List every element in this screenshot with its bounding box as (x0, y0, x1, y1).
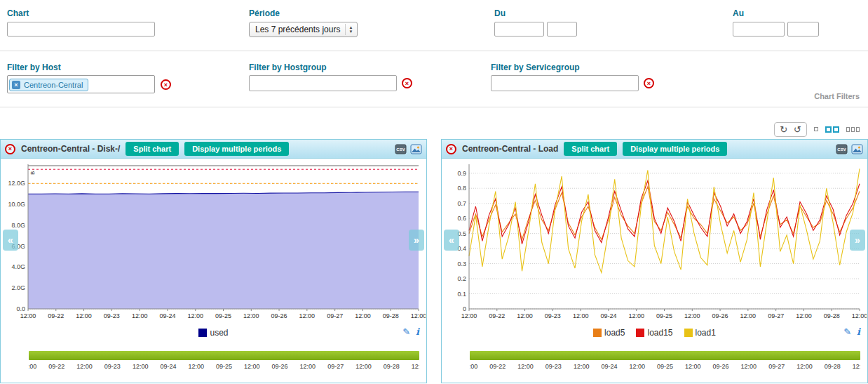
au-time-input[interactable] (787, 22, 819, 37)
edit-icon[interactable]: ✎ (843, 326, 851, 337)
status-axis-label: 12:00 (355, 363, 372, 370)
svg-text:4.0G: 4.0G (11, 263, 25, 270)
svg-text:12:00: 12:00 (852, 312, 867, 319)
next-period-icon[interactable]: » (850, 230, 865, 251)
status-axis-label: 12:00 (76, 363, 93, 370)
status-axis-label: 09-23 (104, 363, 121, 370)
svg-text:12:00: 12:00 (796, 312, 812, 319)
servicegroup-filter-input[interactable] (491, 75, 639, 91)
status-axis-label: 09-28 (384, 363, 400, 370)
close-icon[interactable]: × (5, 144, 15, 154)
status-axis-label: 09-24 (601, 363, 617, 370)
svg-text:10.0G: 10.0G (8, 201, 25, 208)
display-periods-button[interactable]: Display multiple periods (184, 142, 289, 156)
status-axis-label: 09-22 (48, 363, 65, 370)
status-axis-label: 09-22 (489, 363, 506, 370)
periode-select[interactable]: Les 7 précédents jours ▲▼ (249, 22, 358, 37)
export-image-icon[interactable] (410, 144, 422, 154)
svg-text:09-24: 09-24 (600, 312, 616, 319)
refresh-group: ↻ ↺ (774, 122, 807, 137)
svg-text:09-23: 09-23 (545, 312, 561, 319)
auto-refresh-icon[interactable]: ↺ (794, 125, 801, 134)
svg-text:12:00: 12:00 (628, 312, 644, 319)
host-filter-input[interactable]: × Centreon-Central (7, 75, 155, 93)
svg-text:12:00: 12:00 (355, 312, 371, 319)
prev-period-icon[interactable]: « (3, 230, 18, 251)
status-axis-label: 12:00 (574, 363, 590, 370)
svg-text:12:00: 12:00 (76, 312, 92, 319)
export-csv-icon[interactable]: CSV (395, 144, 407, 154)
svg-text:B: B (29, 171, 36, 175)
svg-text:2.0G: 2.0G (11, 284, 25, 291)
info-icon[interactable]: i (857, 326, 860, 337)
filter-by-hostgroup-label: Filter by Hostgroup (249, 62, 327, 72)
divider (0, 51, 868, 51)
svg-text:12:00: 12:00 (20, 312, 36, 319)
layout-two-column-icon[interactable] (825, 126, 839, 133)
prev-period-icon[interactable]: « (444, 230, 459, 251)
split-chart-button[interactable]: Split chart (564, 142, 617, 156)
svg-text:09-23: 09-23 (104, 312, 120, 319)
svg-text:09-22: 09-22 (48, 312, 64, 319)
graph-toolbar: ↻ ↺ (774, 121, 860, 138)
chart-panel-load: × Centreon-Central - Load Split chart Di… (441, 139, 868, 383)
du-date-input[interactable] (494, 22, 544, 37)
export-csv-icon[interactable]: CSV (836, 144, 848, 154)
status-timeline: 12:0009-2212:0009-2312:0009-2412:0009-25… (470, 351, 860, 372)
clear-hostgroup-filter-icon[interactable]: × (402, 78, 412, 88)
panel-header: × Centreon-Central - Disk-/ Split chart … (1, 140, 426, 159)
split-chart-button[interactable]: Split chart (126, 142, 179, 156)
legend-item[interactable]: used (198, 328, 228, 338)
layout-single-icon[interactable] (814, 127, 818, 131)
svg-text:0: 0 (463, 305, 466, 312)
svg-text:12:00: 12:00 (573, 312, 589, 319)
svg-text:09-22: 09-22 (489, 312, 505, 319)
legend-item[interactable]: load1 (684, 328, 716, 338)
du-time-input[interactable] (547, 22, 577, 37)
layout-three-column-icon[interactable] (846, 127, 860, 132)
status-axis-label: 09-25 (657, 363, 673, 370)
status-axis-label: 12:00 (796, 363, 813, 370)
status-axis-label: 12:00 (517, 363, 534, 370)
export-icons: CSV (395, 144, 422, 154)
svg-text:12:00: 12:00 (187, 312, 203, 319)
next-period-icon[interactable]: » (409, 230, 424, 251)
host-chip[interactable]: × Centreon-Central (9, 79, 88, 91)
status-axis-label: 12:00 (629, 363, 645, 370)
close-icon[interactable]: × (446, 144, 456, 154)
clear-host-filter-icon[interactable]: × (161, 79, 171, 90)
svg-text:09-28: 09-28 (383, 312, 399, 319)
display-periods-button[interactable]: Display multiple periods (623, 142, 727, 156)
chart-filters-caption: Chart Filters (814, 92, 860, 100)
status-axis-label: 09-23 (545, 363, 562, 370)
status-axis-label: 12:00 (133, 363, 149, 370)
svg-text:CSV: CSV (837, 147, 846, 152)
chart-filter-label: Chart (7, 8, 29, 18)
status-bar[interactable] (29, 351, 419, 360)
status-axis-label: 09-27 (768, 363, 785, 370)
periode-selected-value: Les 7 précédents jours (255, 25, 340, 34)
disk-chart-area[interactable]: 0.02.0G4.0G6.0G8.0G10.0G12.0G12:0009-221… (1, 160, 426, 320)
legend-item[interactable]: load5 (593, 328, 625, 338)
legend-item[interactable]: load15 (636, 328, 672, 338)
info-icon[interactable]: i (416, 326, 419, 337)
load-chart-area[interactable]: 00.10.20.30.40.50.60.70.80.912:0009-2212… (442, 160, 867, 320)
status-bar[interactable] (470, 351, 860, 360)
periode-label: Période (249, 8, 280, 18)
chip-remove-icon[interactable]: × (12, 81, 20, 89)
clear-servicegroup-filter-icon[interactable]: × (644, 78, 654, 88)
hostgroup-filter-input[interactable] (249, 75, 397, 91)
au-date-input[interactable] (733, 22, 785, 37)
svg-text:0.7: 0.7 (457, 200, 466, 207)
status-axis-label: 12:00 (29, 363, 36, 370)
refresh-icon[interactable]: ↻ (780, 125, 787, 134)
status-axis-label: 12:00 (188, 363, 204, 370)
chart-filter-input[interactable] (7, 22, 155, 37)
status-timeline: 12:0009-2212:0009-2312:0009-2412:0009-25… (29, 351, 419, 372)
status-axis-label: 12:00 (853, 363, 860, 370)
divider (0, 107, 868, 107)
export-image-icon[interactable] (851, 144, 863, 154)
panel-title: Centreon-Central - Load (462, 144, 558, 154)
status-axis-label: 12:00 (412, 363, 419, 370)
edit-icon[interactable]: ✎ (402, 326, 410, 337)
